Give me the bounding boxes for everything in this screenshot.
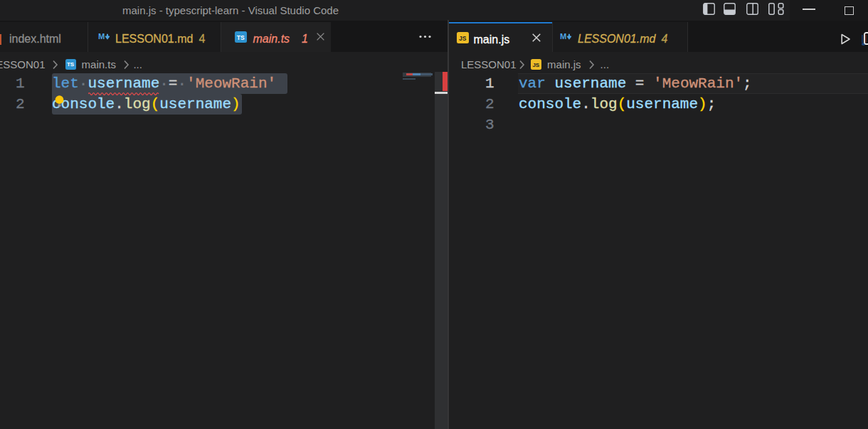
svg-text:M: M bbox=[560, 32, 566, 41]
svg-text:M: M bbox=[98, 32, 105, 41]
